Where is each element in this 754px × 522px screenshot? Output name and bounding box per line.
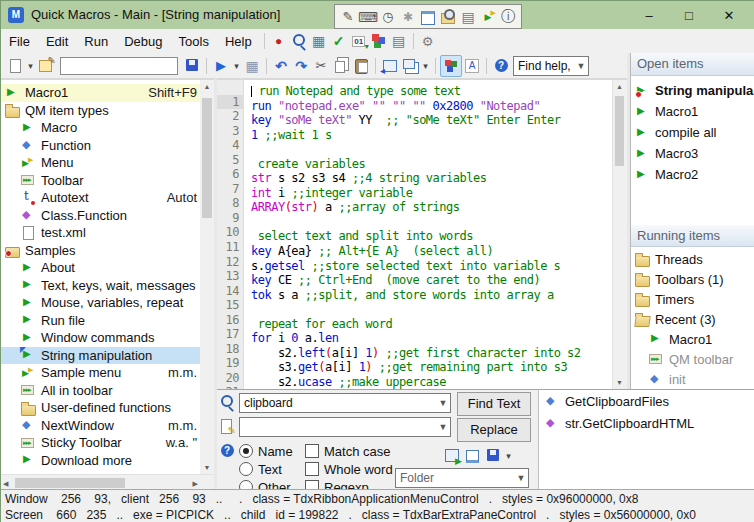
tree-item[interactable]: Function — [1, 137, 200, 155]
running-item[interactable]: init — [631, 369, 754, 389]
window-back-icon[interactable] — [380, 56, 400, 76]
find-help-combo[interactable]: Find help, ▼ — [513, 56, 589, 76]
record-icon[interactable] — [269, 31, 289, 51]
menu-debug[interactable]: Debug — [116, 31, 170, 52]
tree-item[interactable]: QM item types — [1, 102, 200, 120]
running-items-header[interactable]: Running items — [631, 225, 754, 247]
tree-item[interactable]: Menu — [1, 154, 200, 172]
tree-item[interactable]: test.xml — [1, 224, 200, 242]
tree-item[interactable]: Download more — [1, 452, 200, 470]
maximize-button[interactable]: □ — [669, 1, 709, 29]
keyboard-icon[interactable] — [358, 7, 378, 27]
tree-item[interactable]: Sticky Toolbarw.a. " — [1, 434, 200, 452]
arrow-down-icon[interactable] — [231, 56, 242, 76]
dialog-editor-icon[interactable] — [389, 31, 409, 51]
running-item[interactable]: Recent (3) — [631, 309, 754, 329]
menu-file[interactable]: File — [1, 31, 38, 52]
draw-pen-icon[interactable] — [338, 7, 358, 27]
ff-run-icon[interactable] — [443, 446, 463, 466]
code-editor[interactable]: 123456789101112131415161718192021 run No… — [217, 79, 627, 389]
tree-item[interactable]: Mouse, variables, repeat — [1, 294, 200, 312]
tree-item[interactable]: About — [1, 259, 200, 277]
found-item[interactable]: str.GetClipboardHTML — [539, 412, 754, 434]
find-results-splitter[interactable] — [531, 389, 538, 489]
tree-item[interactable]: Toolbar — [1, 172, 200, 190]
menu-edit[interactable]: Edit — [38, 31, 76, 52]
arrow-down-icon[interactable] — [420, 56, 431, 76]
options-icon[interactable] — [418, 31, 438, 51]
macro-tree-panel[interactable]: Macro1Shift+F9QM item typesMacroFunction… — [1, 79, 214, 489]
tree-item[interactable]: Sample menum.m. — [1, 364, 200, 382]
run-icon[interactable] — [211, 56, 231, 76]
window-icon[interactable] — [418, 7, 438, 27]
save-all-icon[interactable] — [182, 56, 202, 76]
item-name-input[interactable] — [60, 57, 178, 75]
redo-icon[interactable] — [291, 56, 311, 76]
find-replace-combo[interactable]: ▼ — [239, 417, 451, 437]
item-properties-icon[interactable] — [36, 56, 56, 76]
ff-save-icon[interactable] — [483, 446, 503, 466]
close-button[interactable]: ✕ — [709, 1, 749, 29]
running-item[interactable]: Threads — [631, 249, 754, 269]
find-search-combo[interactable]: clipboard ▼ — [239, 393, 451, 413]
menu-help[interactable]: Help — [217, 31, 260, 52]
paste-icon[interactable] — [351, 56, 371, 76]
arrow-down-icon[interactable] — [503, 446, 514, 466]
compile-icon[interactable] — [242, 56, 262, 76]
text-a-icon[interactable] — [462, 56, 482, 76]
regex-numbers-icon[interactable] — [349, 31, 369, 51]
ff-window-icon[interactable] — [463, 446, 483, 466]
help-icon[interactable] — [491, 56, 511, 76]
tree-item[interactable]: Samples — [1, 242, 200, 260]
find-help2-icon[interactable] — [217, 440, 237, 460]
open-item[interactable]: String manipula... — [631, 80, 754, 101]
tree-item[interactable]: All in toolbar — [1, 382, 200, 400]
running-item[interactable]: Timers — [631, 289, 754, 309]
tree-item[interactable]: NextWindowm.m. — [1, 417, 200, 435]
tree-item[interactable]: Text, keys, wait, messages — [1, 277, 200, 295]
window-list-icon[interactable] — [400, 56, 420, 76]
running-item[interactable]: Macro1 — [631, 329, 754, 349]
editor-vertical-scrollbar[interactable]: ▲ ▼ — [612, 80, 627, 389]
open-item[interactable]: Macro1 — [631, 101, 754, 122]
tree-vertical-scrollbar[interactable]: ▲ ▼ — [200, 80, 214, 474]
tree-item[interactable]: String manipulation — [1, 347, 200, 365]
open-items-header[interactable]: Open items — [631, 53, 754, 76]
folder-filter-combo[interactable]: Folder ▼ — [395, 468, 529, 488]
menus-icon[interactable] — [478, 7, 498, 27]
find2-icon[interactable] — [217, 392, 237, 412]
find-text-button[interactable]: Find Text — [457, 392, 531, 416]
find-window-icon[interactable] — [438, 7, 458, 27]
tree-item[interactable]: Run file — [1, 312, 200, 330]
undo-icon[interactable] — [271, 56, 291, 76]
code-area[interactable]: run Notepad and type some textrun "notep… — [251, 80, 613, 389]
menu-run[interactable]: Run — [76, 31, 116, 52]
open-item[interactable]: Macro2 — [631, 164, 754, 185]
find-text-icon[interactable] — [289, 31, 309, 51]
clock-icon[interactable] — [378, 7, 398, 27]
title-bar[interactable]: M Quick Macros - Main - [String manipula… — [1, 1, 754, 29]
running-item[interactable]: QM toolbar — [631, 349, 754, 369]
open-item[interactable]: compile all — [631, 122, 754, 143]
tree-item[interactable]: Window commands — [1, 329, 200, 347]
find-scope-radio[interactable]: Name — [239, 442, 301, 460]
tables-icon[interactable] — [309, 31, 329, 51]
icons-editor-icon[interactable] — [440, 55, 462, 77]
running-item[interactable]: Toolbars (1) — [631, 269, 754, 289]
tree-item[interactable]: Macro — [1, 119, 200, 137]
tree-item[interactable]: User-defined functions — [1, 399, 200, 417]
minimize-button[interactable]: – — [629, 1, 669, 29]
open-item[interactable]: Macro3 — [631, 143, 754, 164]
tree-item[interactable]: Macro1Shift+F9 — [1, 84, 200, 102]
replace-button[interactable]: Replace — [457, 418, 531, 442]
arrow-down-icon[interactable] — [25, 56, 36, 76]
colors-icon[interactable] — [369, 31, 389, 51]
new-item-icon[interactable] — [5, 56, 25, 76]
tooltip-info-icon[interactable] — [498, 7, 518, 27]
found-item[interactable]: GetClipboardFiles — [539, 390, 754, 412]
cut-icon[interactable] — [311, 56, 331, 76]
busy-spinner-icon[interactable] — [398, 7, 418, 27]
window-text-icon[interactable] — [458, 7, 478, 27]
find-option-checkbox[interactable]: Match case — [305, 442, 393, 460]
tree-item[interactable]: AutotextAutot — [1, 189, 200, 207]
